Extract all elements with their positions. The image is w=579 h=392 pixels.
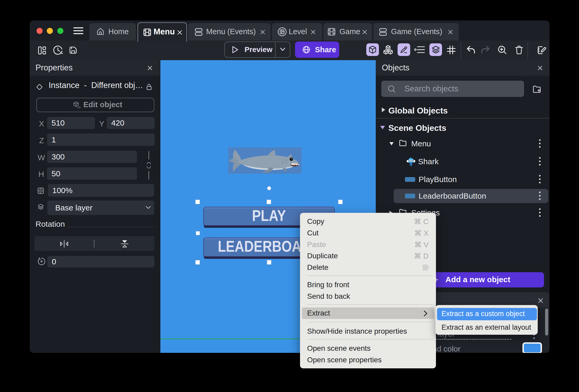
svg-text:2D: 2D bbox=[77, 106, 81, 109]
